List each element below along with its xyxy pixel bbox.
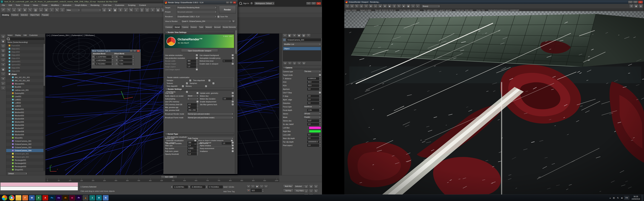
- parameter-field[interactable]: 60.0: [307, 84, 319, 87]
- scrollbar-thumb[interactable]: [235, 30, 237, 54]
- word-icon[interactable]: W: [29, 195, 35, 201]
- list-item[interactable]: Mesher006: [6, 123, 45, 127]
- list-item[interactable]: OctaneCamera_003: [6, 146, 45, 149]
- list-item[interactable]: Object006: [6, 69, 45, 72]
- timeline-tick[interactable]: 150: [80, 179, 83, 182]
- parameter-field[interactable]: 1.0: [307, 123, 319, 126]
- parameter-spinner[interactable]: ▴▾: [319, 144, 321, 147]
- select-and-move-icon[interactable]: +: [49, 7, 54, 12]
- option-checkbox[interactable]: [196, 100, 198, 103]
- explorer-menu-item[interactable]: Customize: [28, 34, 39, 36]
- object-name-field[interactable]: OctaneCamera_004: [286, 38, 321, 41]
- zoom-all-icon[interactable]: ⊞: [309, 185, 313, 189]
- go-to-end-button[interactable]: »: [264, 185, 268, 188]
- menu-item[interactable]: Create: [40, 3, 50, 7]
- parameter-field[interactable]: 100000000.0: [307, 141, 319, 143]
- select-and-manipulate-icon[interactable]: ◈: [107, 7, 112, 12]
- timeline-tick[interactable]: 0: [46, 179, 49, 182]
- list-item[interactable]: AM_102_051_002: [6, 79, 45, 82]
- show-desktop-button[interactable]: [642, 195, 643, 201]
- parameter-checkbox[interactable]: [319, 91, 321, 94]
- subsample-icon[interactable]: ▦: [406, 4, 410, 8]
- timeline-tick[interactable]: 450: [149, 179, 152, 182]
- vlc-icon[interactable]: ▲: [83, 195, 88, 201]
- absolute-value-field[interactable]: -6.4833469m: [95, 59, 111, 62]
- parameter-dropdown[interactable]: Thin lens: [303, 70, 321, 73]
- freeze-selection-icon[interactable]: ✶: [1, 63, 6, 67]
- filter-cameras-icon[interactable]: ▷: [1, 81, 6, 86]
- white-balance-icon[interactable]: ☀: [364, 4, 368, 8]
- panel-splitter[interactable]: [279, 33, 282, 175]
- list-item[interactable]: Mesher001: [6, 108, 45, 111]
- save-file-checkbox[interactable]: ✓: [217, 15, 220, 18]
- play-button[interactable]: ▶: [255, 185, 259, 188]
- list-item[interactable]: Object003: [6, 53, 45, 57]
- show-end-result-icon[interactable]: ▽: [288, 62, 292, 65]
- stop-render-icon[interactable]: ■: [402, 4, 406, 8]
- timeline-tick[interactable]: 700: [206, 179, 209, 182]
- color-filter-swatch[interactable]: [309, 126, 321, 129]
- option-checkbox[interactable]: [232, 54, 234, 56]
- list-item[interactable]: Sphere002: [6, 63, 45, 66]
- absolute-spinner[interactable]: ▴▾: [112, 59, 114, 62]
- renderer-dropdown[interactable]: OctaneRender 3.08.3 - 5.14: [176, 15, 217, 18]
- go-to-start-button[interactable]: «: [246, 185, 250, 188]
- absolute-value-field[interactable]: 1.11249784m: [95, 55, 111, 58]
- pick-focus-icon[interactable]: ◎: [359, 4, 364, 8]
- timeline-tick[interactable]: 350: [126, 179, 129, 182]
- motion-tab-icon[interactable]: ◉: [297, 34, 301, 37]
- list-item[interactable]: AM_102_051_001: [6, 76, 45, 79]
- broadcast-frame-dropdown[interactable]: Normal (pre and post frame render): [187, 116, 234, 119]
- pin-stack-icon[interactable]: ⊙: [283, 62, 287, 65]
- list-item[interactable]: Mesher007: [6, 127, 45, 130]
- parameter-spinner[interactable]: ▴▾: [319, 119, 321, 122]
- dialog-button[interactable]: —: [130, 50, 133, 52]
- object-color-swatch[interactable]: [283, 38, 286, 41]
- dialog-button[interactable]: ×: [137, 50, 140, 52]
- recenter-icon[interactable]: ◉: [388, 4, 392, 8]
- render-priority-icon[interactable]: ≡: [411, 4, 415, 8]
- select-all-icon[interactable]: ▣: [1, 39, 6, 43]
- help-icon[interactable]: ?: [250, 2, 253, 5]
- clay-mode-icon[interactable]: ◐: [416, 4, 420, 8]
- reference-coordinate-dropdown[interactable]: View: [66, 8, 80, 12]
- stat-checkbox[interactable]: ✓: [182, 85, 184, 87]
- option-spinner[interactable]: ▴▾: [196, 62, 198, 65]
- camera-rollout-header[interactable]: Camera: [282, 66, 321, 69]
- parameter-spinner[interactable]: ▴▾: [319, 88, 321, 90]
- modifier-list-dropdown[interactable]: Modifier List: [283, 42, 321, 46]
- info-icon[interactable]: ▣: [634, 4, 638, 8]
- list-item[interactable]: Object005: [6, 66, 45, 69]
- select-and-scale-icon[interactable]: ◇: [60, 7, 65, 12]
- select-and-link-icon[interactable]: ∞: [12, 7, 16, 12]
- display-tab-icon[interactable]: ▤: [302, 34, 306, 37]
- kernel-type-rollout[interactable]: Kernel Type: [165, 133, 234, 136]
- redo-icon[interactable]: ↷: [6, 7, 11, 12]
- viewport-style-label[interactable]: [ Performance ]: [70, 34, 83, 36]
- rectangular-selection-region-icon[interactable]: ▭: [38, 7, 44, 12]
- menu-item[interactable]: Group: [22, 3, 31, 7]
- timeline-tick[interactable]: 400: [138, 179, 140, 182]
- timeline-tick[interactable]: 200: [92, 179, 94, 182]
- signin-button[interactable]: Sign In: [243, 2, 249, 4]
- timeline-tick[interactable]: 250: [103, 179, 106, 182]
- timeline-tick[interactable]: 300: [114, 179, 117, 182]
- viewport-camera-label[interactable]: [ OctaneCamera_004 ]: [51, 34, 70, 36]
- viewport-settings-icon[interactable]: ▥: [639, 4, 643, 8]
- option-field[interactable]: 256 x 256: [188, 109, 196, 111]
- list-item[interactable]: Loft002: [6, 101, 45, 104]
- menu-item[interactable]: Civil View: [101, 3, 113, 7]
- render-settings-rollout[interactable]: Render Settings: [165, 88, 234, 91]
- list-item[interactable]: Dummy001: [6, 92, 45, 95]
- list-item[interactable]: OctaneCamera_001: [6, 139, 45, 143]
- render-setup-tab[interactable]: Account: [213, 25, 222, 29]
- window-button[interactable]: —: [306, 2, 311, 5]
- option-checkbox[interactable]: ✓: [232, 57, 234, 59]
- explorer-menu-item[interactable]: Select: [6, 34, 14, 36]
- configure-modifier-sets-icon[interactable]: ☰: [302, 62, 306, 65]
- stat-checkbox[interactable]: ✓: [205, 85, 207, 87]
- list-item[interactable]: Mesher003: [6, 114, 45, 117]
- select-invert-icon[interactable]: ◫: [1, 49, 6, 53]
- pause-render-icon[interactable]: ∥: [392, 4, 396, 8]
- timeline-tick[interactable]: 1000: [275, 179, 278, 182]
